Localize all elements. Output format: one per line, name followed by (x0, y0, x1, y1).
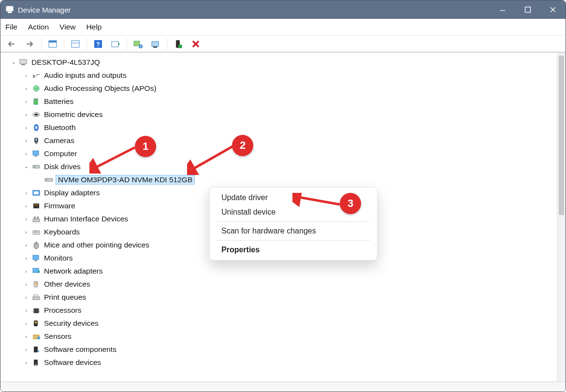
category-icon (31, 345, 41, 354)
category-icon (31, 149, 41, 158)
tree-item[interactable]: ›Software devices (3, 356, 557, 369)
maximize-button[interactable] (515, 0, 540, 19)
tree-item[interactable]: ›Network adapters (3, 264, 557, 277)
expand-arrow-icon[interactable]: › (22, 110, 30, 119)
help-button[interactable]: ? (90, 37, 106, 51)
annotation-arrow-1 (89, 145, 138, 174)
expand-arrow-icon[interactable]: › (22, 136, 30, 145)
tree-item-label: Bluetooth (43, 123, 77, 132)
expand-arrow-icon[interactable]: › (22, 319, 30, 328)
svg-rect-33 (35, 143, 37, 144)
toolbar: ? (0, 35, 566, 53)
expand-arrow-icon[interactable]: › (22, 293, 30, 302)
svg-rect-25 (34, 99, 38, 104)
tree-item-label: Keyboards (43, 228, 81, 236)
expand-arrow-icon[interactable]: › (22, 123, 30, 132)
delete-button[interactable] (188, 37, 204, 51)
titlebar: Device Manager – (0, 0, 566, 19)
forward-button[interactable] (22, 37, 38, 51)
svg-rect-62 (34, 308, 39, 313)
close-button[interactable] (540, 0, 566, 19)
tree-item[interactable]: ›Audio inputs and outputs (3, 69, 557, 82)
svg-point-37 (34, 166, 35, 167)
tree-item-label: Other devices (43, 280, 91, 289)
tree-item-label: Firmware (43, 202, 76, 210)
tree-item[interactable]: ›Processors (3, 304, 557, 317)
tree-item[interactable]: ›Cameras (3, 134, 557, 147)
scrollbar-thumb[interactable] (559, 56, 564, 215)
expand-arrow-icon[interactable]: › (22, 345, 30, 354)
tree-item-label: Network adapters (43, 267, 103, 276)
menubar: File Action View Help (0, 19, 566, 35)
category-icon (31, 202, 41, 210)
expand-arrow-icon[interactable]: › (22, 71, 30, 80)
tree-item-label: Audio Processing Objects (APOs) (43, 84, 158, 93)
svg-text:?: ? (96, 41, 100, 48)
tree-item[interactable]: ›Bluetooth (3, 121, 557, 134)
ctx-properties[interactable]: Properties (210, 243, 377, 257)
svg-rect-16 (153, 46, 157, 48)
svg-rect-6 (49, 41, 57, 43)
expand-arrow-icon[interactable]: › (22, 241, 30, 249)
svg-rect-34 (33, 151, 39, 155)
expand-arrow-icon[interactable]: › (22, 215, 30, 223)
expand-arrow-icon[interactable]: › (22, 332, 30, 341)
tree-item[interactable]: ⌄Disk drives (3, 160, 557, 173)
svg-rect-61 (34, 295, 38, 297)
svg-point-73 (35, 363, 37, 365)
tree-item-label: Processors (43, 306, 83, 315)
expand-arrow-icon[interactable]: › (22, 84, 30, 93)
back-button[interactable] (4, 37, 21, 51)
uninstall-button[interactable] (147, 37, 164, 51)
svg-rect-7 (72, 41, 79, 47)
svg-line-74 (93, 147, 135, 169)
expand-arrow-icon[interactable]: › (22, 306, 30, 315)
expand-arrow-icon[interactable]: › (22, 149, 30, 158)
expand-arrow-icon[interactable]: ⌄ (9, 58, 18, 67)
expand-arrow-icon[interactable]: › (22, 280, 30, 289)
minimize-button[interactable]: – (490, 0, 515, 19)
show-hidden-button[interactable] (44, 37, 61, 51)
tree-child-item[interactable]: ›NVMe OM3PDP3-AD NVMe KDI 512GB (3, 173, 557, 186)
svg-text:?: ? (34, 282, 37, 287)
menu-help[interactable]: Help (86, 23, 102, 31)
vertical-scrollbar[interactable] (557, 53, 566, 381)
svg-rect-52 (37, 232, 38, 232)
svg-rect-71 (34, 347, 38, 352)
expand-arrow-icon[interactable]: › (22, 189, 30, 197)
category-icon (31, 215, 41, 223)
svg-rect-0 (6, 6, 13, 11)
tree-item[interactable]: ›Security devices (3, 317, 557, 330)
update-driver-button[interactable] (130, 37, 146, 51)
tree-item[interactable]: ›Sensors (3, 330, 557, 343)
category-icon (31, 306, 41, 315)
expand-arrow-icon[interactable]: › (22, 202, 30, 210)
svg-rect-23 (33, 75, 35, 78)
expand-arrow-icon[interactable]: › (22, 97, 30, 106)
menu-action[interactable]: Action (28, 23, 49, 31)
expand-arrow-icon[interactable]: › (22, 254, 30, 262)
svg-rect-21 (20, 59, 27, 64)
svg-rect-43 (34, 204, 35, 205)
tree-item[interactable]: ›Batteries (3, 95, 557, 108)
tree-item[interactable]: ›Print queues (3, 290, 557, 304)
enable-button[interactable] (170, 37, 187, 51)
properties-button[interactable] (67, 37, 84, 51)
tree-item[interactable]: ›?Other devices (3, 277, 557, 290)
menu-view[interactable]: View (59, 23, 75, 31)
expand-arrow-icon[interactable]: › (22, 228, 30, 236)
expand-arrow-icon[interactable]: ⌄ (22, 162, 30, 171)
expand-arrow-icon[interactable]: › (22, 358, 30, 367)
menu-file[interactable]: File (5, 23, 17, 31)
tree-item[interactable]: ›Audio Processing Objects (APOs) (3, 82, 557, 95)
tree-root[interactable]: ⌄ DESKTOP-4L537JQ (3, 56, 557, 69)
tree-item[interactable]: ›Computer (3, 147, 557, 160)
ctx-scan-hardware[interactable]: Scan for hardware changes (210, 224, 377, 238)
svg-line-75 (191, 146, 232, 170)
expand-arrow-icon[interactable]: › (22, 267, 30, 276)
scan-button[interactable] (107, 37, 124, 51)
tree-item-label: Human Interface Devices (43, 215, 129, 223)
tree-item[interactable]: ›Biometric devices (3, 108, 557, 121)
tree-item[interactable]: ›Software components (3, 343, 557, 356)
category-icon: ? (31, 280, 41, 289)
